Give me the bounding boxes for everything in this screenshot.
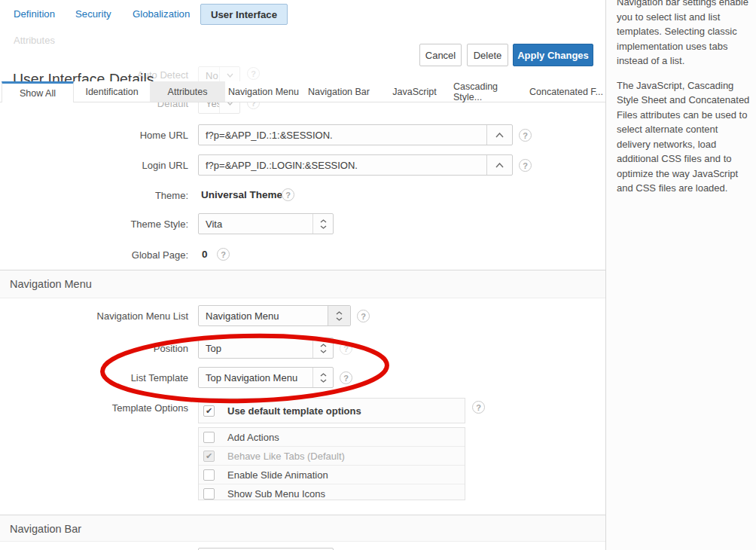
- option-row: Add Actions: [199, 428, 465, 446]
- chevron-down-icon: [219, 67, 239, 81]
- show-sub-menu-icons-label: Show Sub Menu Icons: [227, 488, 325, 500]
- enable-slide-animation-checkbox[interactable]: [203, 469, 215, 481]
- login-url-input[interactable]: f?p=&APP_ID.:LOGIN:&SESSION.: [198, 154, 513, 176]
- delete-button[interactable]: Delete: [467, 44, 508, 66]
- home-url-label: Home URL: [9, 130, 188, 141]
- help-icon[interactable]: ?: [282, 188, 294, 201]
- help-icon[interactable]: ?: [247, 67, 260, 80]
- navigation-menu-section-title: Navigation Menu: [10, 278, 92, 290]
- navigation-menu-list-label: Navigation Menu List: [9, 310, 188, 322]
- navigation-bar-section-header: Navigation Bar: [0, 515, 605, 542]
- apply-changes-button[interactable]: Apply Changes: [513, 44, 593, 66]
- help-icon[interactable]: ?: [340, 371, 352, 384]
- tab-attributes[interactable]: Attributes: [150, 81, 225, 102]
- position-label: Position: [9, 343, 188, 354]
- show-sub-menu-icons-checkbox[interactable]: [203, 488, 215, 500]
- theme-style-select[interactable]: Vita: [198, 213, 334, 234]
- user-interface-details-page: Default Yes ? Definition Security Global…: [0, 0, 756, 550]
- navigation-menu-list-select[interactable]: Navigation Menu: [198, 305, 351, 326]
- page-header: Attributes User Interface Details Auto D…: [0, 30, 605, 81]
- add-actions-checkbox[interactable]: [203, 432, 215, 443]
- navigation-bar-section-title: Navigation Bar: [10, 523, 81, 535]
- auto-detect-label: Auto Detect: [9, 69, 188, 81]
- app-tab-bar: Definition Security Globalization User I…: [0, 0, 605, 31]
- select-spinner-icon: [312, 214, 333, 234]
- behave-like-tabs-checkbox: [203, 451, 215, 462]
- position-value: Top: [199, 338, 312, 358]
- auto-detect-select[interactable]: No: [198, 66, 240, 81]
- tab-definition[interactable]: Definition: [14, 8, 55, 20]
- add-actions-label: Add Actions: [227, 432, 279, 443]
- template-options-label: Template Options: [9, 402, 188, 414]
- list-template-label: List Template: [9, 372, 188, 383]
- theme-style-label: Theme Style:: [9, 218, 188, 230]
- help-sidebar: Navigation bar settings enable you to se…: [605, 0, 756, 550]
- enable-slide-animation-label: Enable Slide Animation: [227, 469, 328, 481]
- use-default-template-options-checkbox[interactable]: [203, 405, 215, 417]
- select-spinner-icon: [312, 338, 333, 358]
- template-options-default-box: Use default template options: [198, 398, 465, 423]
- tab-identification[interactable]: Identification: [74, 81, 150, 102]
- option-row: Behave Like Tabs (Default): [199, 446, 465, 465]
- global-page-label: Global Page:: [9, 249, 188, 261]
- tab-show-all[interactable]: Show All: [2, 81, 74, 102]
- select-spinner-icon: [328, 306, 350, 325]
- help-icon[interactable]: ?: [357, 310, 370, 322]
- home-url-input[interactable]: f?p=&APP_ID.:1:&SESSION.: [198, 124, 513, 145]
- chevron-up-icon[interactable]: [486, 125, 512, 145]
- login-url-label: Login URL: [9, 160, 188, 171]
- help-icon[interactable]: ?: [217, 248, 230, 261]
- help-icon[interactable]: ?: [340, 342, 352, 355]
- login-url-value: f?p=&APP_ID.:LOGIN:&SESSION.: [199, 155, 486, 175]
- help-icon[interactable]: ?: [519, 129, 532, 142]
- navigation-menu-section-header: Navigation Menu: [0, 270, 605, 298]
- chevron-up-icon[interactable]: [486, 155, 512, 175]
- use-default-template-options-label: Use default template options: [227, 405, 361, 417]
- option-row: Enable Slide Animation: [199, 465, 465, 484]
- tab-user-interface[interactable]: User Interface: [200, 4, 288, 25]
- cancel-button[interactable]: Cancel: [419, 44, 462, 66]
- template-options-list-box: Add Actions Behave Like Tabs (Default) E…: [198, 427, 465, 500]
- home-url-value: f?p=&APP_ID.:1:&SESSION.: [199, 125, 486, 145]
- help-paragraph: Navigation bar settings enable you to se…: [617, 0, 753, 69]
- help-icon[interactable]: ?: [519, 159, 532, 172]
- help-icon[interactable]: ?: [472, 401, 485, 414]
- theme-value: Universal Theme: [201, 189, 282, 200]
- option-row: Show Sub Menu Icons: [199, 484, 465, 503]
- theme-label: Theme:: [9, 190, 188, 201]
- tab-concatenated-files[interactable]: Concatenated F...: [528, 81, 605, 102]
- ghost-region-title: Attributes: [14, 35, 55, 46]
- ghost-auto-detect-row: Auto Detect No ?: [0, 69, 605, 81]
- behave-like-tabs-label: Behave Like Tabs (Default): [227, 451, 345, 462]
- tab-javascript[interactable]: JavaScript: [376, 81, 453, 102]
- tab-globalization[interactable]: Globalization: [133, 8, 190, 20]
- position-select[interactable]: Top: [198, 338, 334, 359]
- select-spinner-icon: [312, 368, 333, 387]
- tab-navigation-menu[interactable]: Navigation Menu: [225, 81, 302, 102]
- tab-navigation-bar[interactable]: Navigation Bar: [302, 81, 376, 102]
- auto-detect-select-value: No: [199, 67, 219, 81]
- navigation-menu-list-value: Navigation Menu: [199, 306, 328, 325]
- tab-cascading-style[interactable]: Cascading Style...: [453, 81, 528, 102]
- region-tab-bar: Show All Identification Attributes Navig…: [0, 81, 605, 102]
- global-page-value: 0: [202, 249, 208, 260]
- list-template-value: Top Navigation Menu: [199, 368, 312, 387]
- list-template-select[interactable]: Top Navigation Menu: [198, 367, 334, 388]
- theme-style-value: Vita: [199, 214, 312, 234]
- tab-security[interactable]: Security: [75, 8, 111, 20]
- help-paragraph: The JavaScript, Cascading Style Sheet an…: [617, 78, 753, 196]
